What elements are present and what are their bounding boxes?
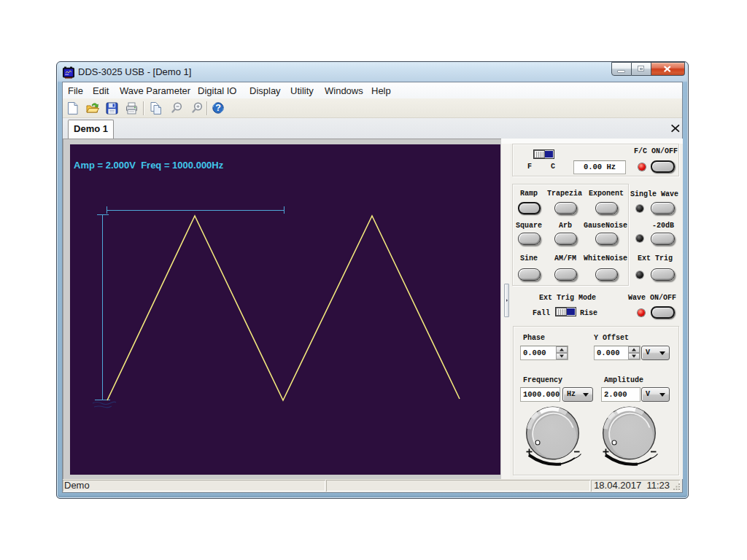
svg-text:Amp = 2.000V Freq = 1000.000H: Amp = 2.000V Freq = 1000.000Hz — [74, 160, 224, 171]
svg-text:?: ? — [215, 103, 221, 113]
